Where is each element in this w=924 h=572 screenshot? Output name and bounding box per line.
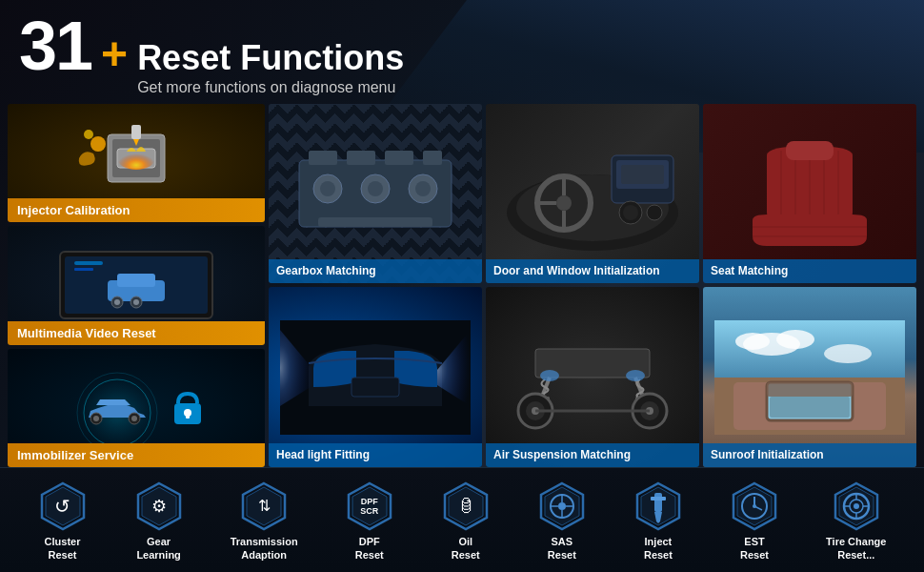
gearbox-label: Gearbox Matching [269, 259, 482, 283]
svg-rect-29 [309, 151, 337, 165]
tire-change-reset-item[interactable]: Tire ChangeReset... [826, 481, 886, 561]
svg-rect-31 [385, 151, 413, 165]
svg-point-52 [647, 205, 662, 220]
svg-rect-3 [131, 125, 141, 139]
dpf-reset-icon: DPFSCR [345, 481, 394, 531]
svg-rect-16 [74, 261, 103, 265]
est-reset-item[interactable]: ESTReset [730, 481, 779, 561]
oil-reset-item[interactable]: 🛢 OilReset [441, 481, 491, 561]
suspension-visual [486, 287, 699, 467]
svg-rect-49 [621, 165, 664, 184]
gear-learning-symbol: ⚙ [151, 498, 167, 515]
main-content: Injector Calibration [0, 104, 924, 467]
svg-point-38 [415, 181, 431, 196]
headlight-label: Head light Fitting [269, 443, 482, 467]
header-title: Reset Functions [137, 39, 404, 77]
oil-reset-symbol: 🛢 [457, 498, 474, 515]
svg-point-22 [93, 416, 99, 421]
oil-reset-icon: 🛢 [441, 481, 491, 531]
inject-reset-icon [633, 481, 683, 531]
svg-point-121 [854, 503, 859, 509]
oil-reset-label: OilReset [452, 536, 480, 561]
multimedia-video-reset-card[interactable]: Multimedia Video Reset [8, 226, 265, 344]
door-visual [486, 104, 699, 284]
sas-reset-label: SASReset [548, 536, 576, 561]
svg-point-24 [131, 416, 137, 421]
cluster-reset-label: ClusterReset [45, 536, 81, 561]
header: 31 + Reset Functions Get more functions … [0, 0, 924, 104]
left-column: Injector Calibration [8, 104, 265, 467]
gearbox-visual [269, 104, 482, 284]
est-reset-icon [730, 481, 779, 531]
seat-visual [703, 104, 916, 284]
svg-point-4 [117, 147, 155, 170]
tire-change-reset-label: Tire ChangeReset... [826, 536, 886, 561]
svg-rect-110 [651, 497, 666, 500]
svg-point-80 [776, 330, 814, 349]
tire-change-reset-icon [832, 481, 881, 531]
svg-rect-30 [347, 151, 375, 165]
svg-rect-60 [786, 141, 834, 160]
sunroof-initialization-card[interactable]: Sunroof Initialization [703, 287, 916, 467]
sunroof-visual [703, 287, 916, 467]
gear-learning-icon: ⚙ [134, 481, 184, 531]
cluster-reset-item[interactable]: ↺ ClusterReset [38, 481, 88, 561]
air-suspension-matching-card[interactable]: Air Suspension Matching [486, 287, 699, 467]
header-text: Reset Functions Get more functions on di… [137, 39, 404, 96]
immobilizer-service-card[interactable]: Immobilizer Service [8, 349, 265, 467]
svg-point-102 [558, 502, 566, 510]
svg-point-74 [540, 370, 559, 381]
svg-point-34 [320, 181, 335, 196]
svg-point-75 [626, 370, 645, 381]
sas-reset-item[interactable]: SASReset [537, 481, 587, 561]
bottom-bar: ↺ ClusterReset ⚙ GearLearning ⇅ [0, 467, 924, 572]
seat-label: Seat Matching [703, 259, 916, 283]
svg-point-36 [368, 181, 383, 196]
svg-point-5 [90, 136, 106, 152]
reset-count: 31 [19, 11, 91, 80]
gearbox-matching-card[interactable]: Gearbox Matching [269, 104, 482, 284]
headlight-visual [269, 287, 482, 467]
door-window-init-card[interactable]: Door and Window Initialization [486, 104, 699, 284]
seat-matching-card[interactable]: Seat Matching [703, 104, 916, 284]
svg-rect-27 [186, 413, 190, 419]
svg-rect-17 [74, 268, 93, 271]
dpf-reset-label: DPFReset [355, 536, 384, 561]
suspension-label: Air Suspension Matching [486, 443, 699, 467]
svg-point-116 [753, 504, 756, 508]
transmission-adaption-item[interactable]: ⇅ TransmissionAdaption [231, 481, 298, 561]
svg-rect-78 [714, 320, 905, 378]
transmission-adaption-label: TransmissionAdaption [231, 536, 298, 561]
svg-rect-109 [654, 493, 662, 512]
transmission-adaption-symbol: ⇅ [258, 499, 271, 514]
gear-learning-label: GearLearning [136, 536, 180, 561]
cluster-reset-icon: ↺ [38, 481, 88, 531]
sas-reset-icon [537, 481, 587, 531]
svg-rect-32 [423, 151, 442, 165]
right-grid: Gearbox Matching [269, 104, 916, 467]
injector-calibration-card[interactable]: Injector Calibration [8, 104, 265, 222]
inject-reset-label: InjectReset [644, 536, 673, 561]
inject-reset-item[interactable]: InjectReset [633, 481, 683, 561]
dpf-reset-item[interactable]: DPFSCR DPFReset [345, 481, 394, 561]
est-reset-label: ESTReset [740, 536, 769, 561]
header-subtitle: Get more functions on diagnose menu [137, 79, 404, 96]
immobilizer-label: Immobilizer Service [8, 443, 265, 467]
svg-point-51 [623, 205, 638, 220]
svg-rect-87 [767, 382, 853, 397]
svg-point-82 [824, 344, 872, 363]
headlight-fitting-card[interactable]: Head light Fitting [269, 287, 482, 467]
multimedia-label: Multimedia Video Reset [8, 321, 265, 345]
transmission-adaption-icon: ⇅ [239, 481, 289, 531]
gear-learning-item[interactable]: ⚙ GearLearning [134, 481, 184, 561]
main-container: 31 + Reset Functions Get more functions … [0, 0, 924, 572]
svg-point-43 [556, 195, 572, 211]
door-label: Door and Window Initialization [486, 259, 699, 283]
svg-rect-39 [318, 217, 432, 227]
injector-label: Injector Calibration [8, 198, 265, 222]
svg-rect-88 [770, 397, 850, 418]
svg-point-6 [84, 130, 93, 139]
svg-point-81 [735, 333, 770, 350]
plus-sign: + [101, 31, 128, 77]
sunroof-label: Sunroof Initialization [703, 443, 916, 467]
